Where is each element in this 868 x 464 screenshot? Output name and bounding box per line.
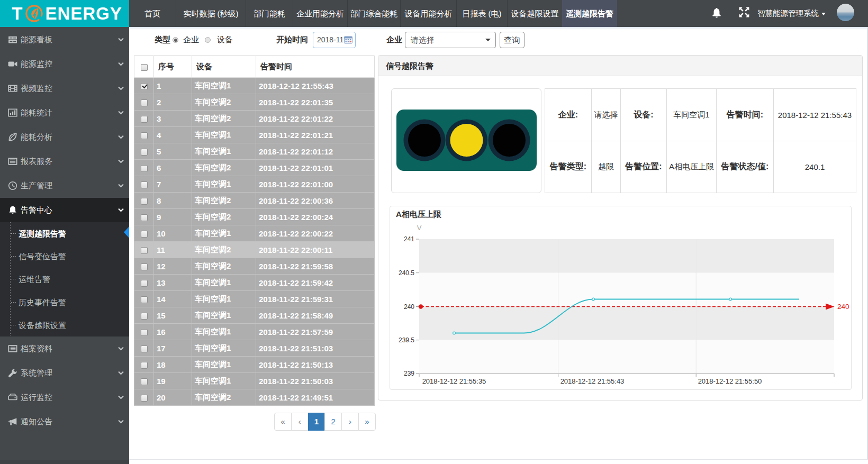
svg-text:239.5: 239.5 <box>399 336 414 344</box>
svg-text:V: V <box>417 224 422 232</box>
svg-text:240: 240 <box>404 303 414 311</box>
svg-text:241: 241 <box>404 235 414 243</box>
svg-text:240.5: 240.5 <box>399 269 414 277</box>
svg-text:2018-12-12 21:55:35: 2018-12-12 21:55:35 <box>422 377 486 385</box>
svg-text:2018-12-12 21:55:43: 2018-12-12 21:55:43 <box>560 377 625 385</box>
svg-text:2018-12-12 21:55:50: 2018-12-12 21:55:50 <box>698 377 762 385</box>
svg-text:240: 240 <box>837 303 849 311</box>
svg-text:239: 239 <box>404 370 414 377</box>
